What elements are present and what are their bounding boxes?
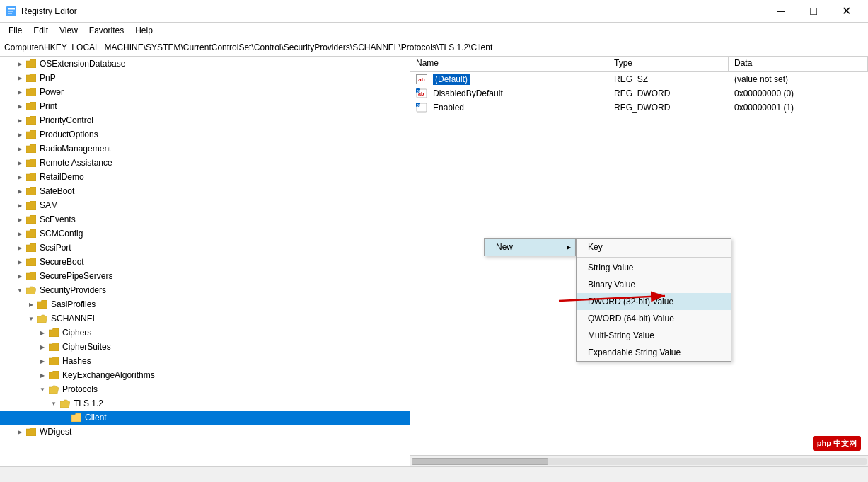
tree-item-pnp[interactable]: PnP	[0, 71, 410, 85]
tree-label: ScsiPort	[40, 243, 71, 253]
ctx-item-string[interactable]: String Value	[577, 259, 731, 276]
expand-arrow	[37, 384, 48, 395]
ctx-item-key[interactable]: Key	[577, 239, 731, 256]
scroll-track	[412, 458, 867, 465]
tree-label: Hashes	[62, 356, 91, 366]
tree-item-scmconfig[interactable]: SCMConfig	[0, 226, 410, 241]
tree-label: Power	[40, 87, 64, 97]
menu-edit[interactable]: Edit	[28, 24, 54, 37]
minimize-button[interactable]: ─	[765, 0, 797, 23]
title-bar: Registry Editor ─ □ ✕	[0, 0, 868, 23]
folder-icon	[48, 355, 59, 367]
tree-item-power[interactable]: Power	[0, 85, 410, 99]
tree-item-ciphersuites[interactable]: CipherSuites	[0, 340, 410, 354]
expand-arrow	[14, 185, 25, 197]
right-panel: Name Type Data ab (Default) REG_SZ (valu…	[410, 57, 868, 466]
tree-item-radiomanagement[interactable]: RadioManagement	[0, 142, 410, 156]
tree-panel: OSExtensionDatabase PnP Power	[0, 57, 410, 466]
tree-item-client[interactable]: Client	[0, 411, 410, 425]
dword-icon-2: 01	[416, 103, 427, 113]
menu-favorites[interactable]: Favorites	[83, 24, 129, 37]
menu-file[interactable]: File	[3, 24, 28, 37]
tree-item-protocols[interactable]: Protocols	[0, 382, 410, 396]
ctx-label-multistring: Multi-String Value	[588, 331, 654, 340]
folder-icon	[25, 115, 37, 126]
tree-item-saslprofiles[interactable]: SaslProfiles	[0, 297, 410, 311]
tree-item-safeboot[interactable]: SafeBoot	[0, 184, 410, 198]
menu-view[interactable]: View	[54, 24, 83, 37]
svg-text:01: 01	[417, 103, 421, 108]
tree-item-retaildemo[interactable]: RetailDemo	[0, 170, 410, 184]
folder-icon	[25, 86, 37, 98]
expand-arrow	[14, 58, 25, 69]
folder-icon	[25, 157, 37, 168]
reg-row-enabled[interactable]: 01 Enabled REG_DWORD 0x00000001 (1)	[410, 101, 868, 115]
tree-item-ciphers[interactable]: Ciphers	[0, 326, 410, 340]
svg-rect-3	[8, 13, 12, 14]
expand-arrow	[14, 242, 25, 253]
tree-item-scsiport[interactable]: ScsiPort	[0, 241, 410, 255]
scroll-thumb[interactable]	[412, 458, 548, 465]
expand-arrow	[14, 129, 25, 140]
reg-name-enabled: 01 Enabled	[410, 103, 608, 113]
tree-item-wdigest[interactable]: WDigest	[0, 425, 410, 439]
maximize-button[interactable]: □	[797, 0, 830, 23]
tree-item-osextension[interactable]: OSExtensionDatabase	[0, 57, 410, 71]
ctx-item-expandable[interactable]: Expandable String Value	[577, 344, 731, 361]
tree-item-securepipeservers[interactable]: SecurePipeServers	[0, 269, 410, 283]
ctx-item-multistring[interactable]: Multi-String Value	[577, 327, 731, 344]
horizontal-scrollbar[interactable]	[410, 455, 868, 466]
expand-arrow	[14, 143, 25, 154]
close-button[interactable]: ✕	[830, 0, 862, 23]
tree-item-scevents[interactable]: ScEvents	[0, 212, 410, 226]
tree-label: SafeBoot	[40, 186, 74, 196]
context-menu-sub: Key String Value Binary Value DWORD (32-…	[576, 238, 731, 362]
tree-item-sam[interactable]: SAM	[0, 198, 410, 212]
reg-name-default: ab (Default)	[410, 74, 608, 85]
svg-rect-2	[8, 11, 13, 12]
col-header-name: Name	[410, 57, 608, 71]
expand-arrow	[14, 256, 25, 268]
tree-item-productoptions[interactable]: ProductOptions	[0, 127, 410, 142]
tree-item-tls12[interactable]: TLS 1.2	[0, 396, 410, 411]
tree-scroll[interactable]: OSExtensionDatabase PnP Power	[0, 57, 410, 466]
tree-item-securityproviders[interactable]: SecurityProviders	[0, 283, 410, 297]
tree-item-remoteassistance[interactable]: Remote Assistance	[0, 156, 410, 170]
tree-label: OSExtensionDatabase	[40, 59, 125, 69]
tree-item-secureboot[interactable]: SecureBoot	[0, 255, 410, 269]
folder-icon	[25, 101, 37, 112]
tree-label: Ciphers	[62, 328, 91, 338]
folder-icon	[48, 369, 59, 381]
ctx-item-binary[interactable]: Binary Value	[577, 276, 731, 293]
folder-icon	[25, 426, 37, 437]
tree-item-prioritycontrol[interactable]: PriorityControl	[0, 113, 410, 127]
folder-open-icon	[25, 285, 37, 296]
reg-row-disabled[interactable]: ab 01 DisabledByDefault REG_DWORD 0x0000…	[410, 86, 868, 101]
ctx-label-qword64: QWORD (64-bit) Value	[588, 314, 674, 323]
tree-label: CipherSuites	[62, 342, 111, 352]
expand-arrow	[14, 426, 25, 437]
address-bar: Computer\HKEY_LOCAL_MACHINE\SYSTEM\Curre…	[0, 38, 868, 57]
expand-arrow	[48, 398, 59, 409]
expand-arrow	[37, 327, 48, 338]
app-icon	[6, 6, 17, 17]
tree-item-print[interactable]: Print	[0, 99, 410, 113]
submenu-arrow: ▶	[567, 244, 571, 251]
reg-type-disabled: REG_DWORD	[608, 88, 729, 98]
tree-item-schannel[interactable]: SCHANNEL	[0, 311, 410, 326]
ctx-item-new[interactable]: New ▶	[485, 239, 575, 256]
ctx-item-dword32[interactable]: DWORD (32-bit) Value	[577, 293, 731, 310]
tree-item-hashes[interactable]: Hashes	[0, 354, 410, 368]
tree-label: SecurePipeServers	[40, 271, 112, 281]
folder-icon	[25, 214, 37, 225]
tree-label: TLS 1.2	[74, 398, 103, 408]
reg-row-default[interactable]: ab (Default) REG_SZ (value not set)	[410, 72, 868, 86]
folder-open-icon	[59, 398, 71, 409]
ctx-item-qword64[interactable]: QWORD (64-bit) Value	[577, 310, 731, 327]
reg-name-disabled: ab 01 DisabledByDefault	[410, 88, 608, 98]
expand-arrow	[14, 171, 25, 183]
menu-help[interactable]: Help	[129, 24, 158, 37]
expand-arrow	[14, 157, 25, 168]
folder-icon	[25, 242, 37, 253]
tree-item-keyexchange[interactable]: KeyExchangeAlgorithms	[0, 368, 410, 382]
